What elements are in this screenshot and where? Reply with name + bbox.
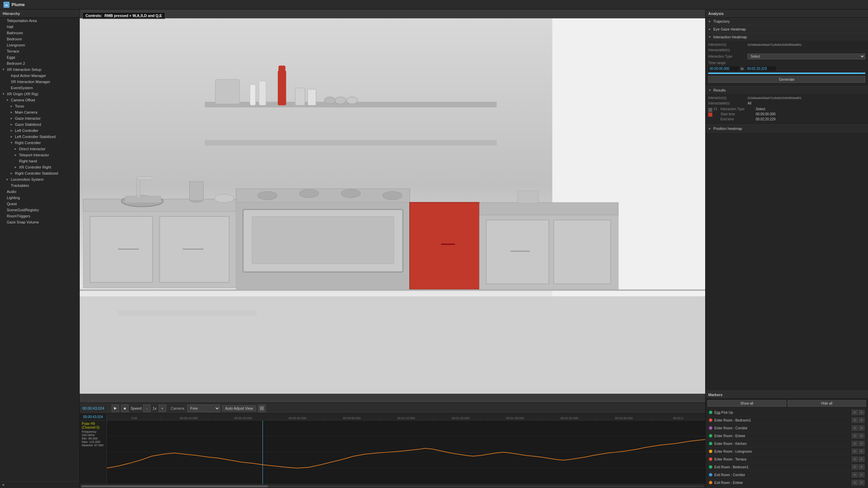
hier-item-roomtriggers[interactable]: RoomTriggers bbox=[0, 213, 79, 219]
marker-prev-4[interactable]: < bbox=[852, 441, 858, 446]
interaction-heatmap-header[interactable]: Interaction Heatmap bbox=[706, 33, 868, 41]
marker-row-3[interactable]: Enter Room : Entree<> bbox=[708, 432, 866, 440]
marker-row-9[interactable]: Exit Room : Entree<> bbox=[708, 479, 866, 487]
hierarchy-header: Hierarchy bbox=[0, 9, 79, 18]
result-red-indicator bbox=[708, 113, 712, 117]
marker-next-6[interactable]: > bbox=[859, 456, 865, 462]
viewport[interactable]: Controls: RMB pressed + W,A,S,D and Q,E bbox=[80, 9, 705, 403]
timeline-scrollbar[interactable] bbox=[80, 484, 705, 488]
speed-minus-button[interactable]: - bbox=[143, 405, 151, 412]
marker-next-5[interactable]: > bbox=[859, 449, 865, 454]
marker-dot-3 bbox=[709, 434, 712, 437]
time-to-input[interactable] bbox=[746, 66, 776, 71]
position-heatmap-header[interactable]: Position heatmap bbox=[706, 125, 868, 132]
results-header[interactable]: Results bbox=[706, 86, 868, 94]
interaction-type-select[interactable]: Select Hover Activate bbox=[748, 54, 865, 59]
marker-prev-8[interactable]: < bbox=[852, 472, 858, 477]
marker-row-4[interactable]: Enter Room : Kitchen<> bbox=[708, 440, 866, 448]
marker-label-9: Exit Room : Entree bbox=[714, 481, 850, 485]
timeline-chart[interactable] bbox=[107, 421, 705, 484]
hier-item-left-controller[interactable]: Left Controller bbox=[0, 128, 79, 134]
marker-row-2[interactable]: Enter Room : Corridor<> bbox=[708, 424, 866, 432]
marker-row-7[interactable]: Exit Room : Bedroom1<> bbox=[708, 463, 866, 471]
hide-all-button[interactable]: Hide all bbox=[788, 400, 866, 407]
time-range-bar[interactable] bbox=[708, 73, 865, 74]
marker-prev-5[interactable]: < bbox=[852, 449, 858, 454]
marker-next-3[interactable]: > bbox=[859, 433, 865, 438]
hier-item-teleportation-area[interactable]: Teleportation Area bbox=[0, 18, 79, 24]
marker-prev-1[interactable]: < bbox=[852, 417, 858, 423]
hier-item-trackables[interactable]: Trackables bbox=[0, 182, 79, 189]
speed-plus-button[interactable]: + bbox=[159, 405, 166, 412]
marker-nav-7: <> bbox=[852, 464, 865, 470]
scrollbar-track[interactable] bbox=[81, 485, 704, 487]
hier-item-hall[interactable]: Hall bbox=[0, 24, 79, 30]
hier-item-bathroom[interactable]: Bathroom bbox=[0, 30, 79, 36]
stop-button[interactable]: ■ bbox=[121, 405, 129, 412]
marker-next-0[interactable]: > bbox=[859, 410, 865, 415]
hier-item-eggs[interactable]: Eggs bbox=[0, 54, 79, 60]
marker-row-5[interactable]: Enter Room : Livingroom<> bbox=[708, 448, 866, 455]
hier-item-terrace[interactable]: Terrace bbox=[0, 48, 79, 54]
hier-item-audio[interactable]: Audio bbox=[0, 189, 79, 195]
hier-item-xr-interaction-setup[interactable]: XR Interaction Setup bbox=[0, 66, 79, 73]
hier-item-teleport-interactor[interactable]: Teleport Interactor bbox=[0, 152, 79, 158]
hier-item-xr-origin[interactable]: XR Origin (XR Rig) bbox=[0, 91, 79, 97]
time-from-input[interactable] bbox=[708, 66, 739, 71]
play-button[interactable]: ▶ bbox=[112, 405, 119, 412]
marker-row-0[interactable]: Egg Pick Up<> bbox=[708, 409, 866, 416]
marker-prev-6[interactable]: < bbox=[852, 456, 858, 462]
marker-row-6[interactable]: Enter Room : Terrace<> bbox=[708, 455, 866, 463]
auto-adjust-button[interactable]: Auto Adjust View bbox=[222, 405, 256, 411]
hier-item-main-camera[interactable]: Main Camera bbox=[0, 109, 79, 115]
marker-next-7[interactable]: > bbox=[859, 464, 865, 470]
hier-item-locomotion-system[interactable]: Locomotion System bbox=[0, 176, 79, 182]
trajectory-arrow bbox=[708, 20, 711, 23]
analysis-header: Analysis bbox=[706, 9, 868, 18]
marker-prev-3[interactable]: < bbox=[852, 433, 858, 438]
marker-next-1[interactable]: > bbox=[859, 417, 865, 423]
eye-gaze-header[interactable]: Eye Gaze Heatmap bbox=[706, 25, 868, 33]
hier-item-quest[interactable]: Quest bbox=[0, 201, 79, 207]
show-all-button[interactable]: Show all bbox=[708, 400, 786, 407]
marker-row-8[interactable]: Exit Room : Corridor<> bbox=[708, 471, 866, 479]
hier-item-sceneguildregistry[interactable]: SceneGuidRegistry bbox=[0, 207, 79, 213]
hier-item-lighting[interactable]: Lighting bbox=[0, 195, 79, 201]
scrollbar-thumb[interactable] bbox=[81, 485, 268, 487]
hier-item-right-controller[interactable]: Right Controller bbox=[0, 140, 79, 146]
interaction-heatmap-section: Interaction Heatmap Interactor(s) 02346a… bbox=[706, 33, 868, 86]
hier-item-xr-controller-right[interactable]: XR Controller Right bbox=[0, 164, 79, 170]
hier-item-gaze-snap-volume[interactable]: Gaze Snap Volume bbox=[0, 219, 79, 225]
marker-next-8[interactable]: > bbox=[859, 472, 865, 477]
trajectory-header[interactable]: Trajectory bbox=[706, 18, 868, 25]
hier-item-bedroom2[interactable]: Bedroom 2 bbox=[0, 60, 79, 66]
marker-prev-0[interactable]: < bbox=[852, 410, 858, 415]
marker-next-4[interactable]: > bbox=[859, 441, 865, 446]
marker-prev-2[interactable]: < bbox=[852, 425, 858, 431]
hier-item-gaze-stabilized[interactable]: Gaze Stabilized bbox=[0, 121, 79, 128]
result-start-time-row: Start time 00:00:00.000 bbox=[714, 112, 865, 116]
marker-row-1[interactable]: Enter Room : Bedroom1<> bbox=[708, 416, 866, 424]
fullscreen-button[interactable] bbox=[258, 405, 266, 412]
hier-item-camera-offset[interactable]: Camera Offset bbox=[0, 97, 79, 103]
hier-item-xr-interaction-manager[interactable]: XR Interaction Manager bbox=[0, 79, 79, 85]
svg-point-27 bbox=[258, 191, 277, 200]
hier-item-right-controller-stabilized[interactable]: Right Controller Stabilized bbox=[0, 170, 79, 176]
marker-next-2[interactable]: > bbox=[859, 425, 865, 431]
hier-item-torso[interactable]: Torso bbox=[0, 103, 79, 109]
hierarchy-list[interactable]: Teleportation AreaHallBathroomBedroomLiv… bbox=[0, 18, 79, 481]
hier-item-bedroom[interactable]: Bedroom bbox=[0, 36, 79, 42]
generate-button[interactable]: Generate bbox=[708, 76, 865, 83]
marker-next-9[interactable]: > bbox=[859, 480, 865, 485]
hier-item-direct-interactor[interactable]: Direct Interactor bbox=[0, 146, 79, 152]
camera-select[interactable]: Free Main Camera bbox=[187, 405, 220, 412]
hier-item-input-action-manager[interactable]: Input Action Manager bbox=[0, 73, 79, 79]
timeline-ruler[interactable]: 0:0000:00:14.00000:00:28.00000:00:42.000… bbox=[107, 414, 705, 421]
hier-item-left-controller-stabilized[interactable]: Left Controller Stabilized bbox=[0, 134, 79, 140]
marker-prev-9[interactable]: < bbox=[852, 480, 858, 485]
hier-item-right-hand[interactable]: Right hand bbox=[0, 158, 79, 164]
hier-item-eventsystem[interactable]: EventSystem bbox=[0, 85, 79, 91]
hier-item-gaze-interactor[interactable]: Gaze Interactor bbox=[0, 115, 79, 121]
marker-prev-7[interactable]: < bbox=[852, 464, 858, 470]
hier-item-livingroom[interactable]: Livingroom bbox=[0, 42, 79, 48]
